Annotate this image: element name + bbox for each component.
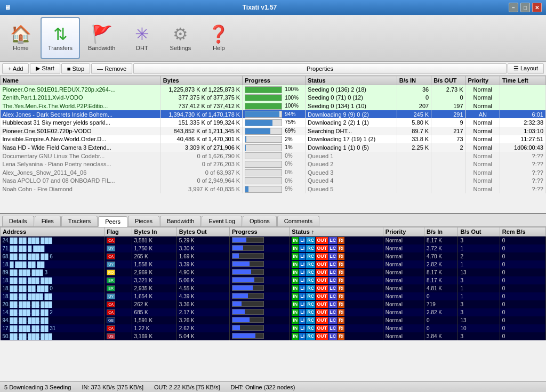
table-row[interactable]: 24.██.██.███.███ CA 3,581 K 5.29 K IN LI…	[1, 236, 546, 245]
peer-priority: Normal	[383, 260, 424, 268]
cell-bytes: 0 of 276,203 K	[160, 160, 243, 168]
col-header-bytes[interactable]: Bytes	[160, 76, 243, 85]
peers-col-priority[interactable]: Priority	[383, 227, 424, 236]
table-row[interactable]: Nasa HD - Wide Field Camera 3 Extend... …	[1, 143, 546, 152]
remove-button[interactable]: — Remove	[91, 63, 132, 74]
peers-col-flag[interactable]: Flag	[105, 227, 132, 236]
table-row[interactable]: Zenith.Part.1.2011.Xvid-VODO 377,375 K o…	[1, 94, 546, 102]
bandwidth-icon: 🚩	[91, 26, 113, 43]
table-row[interactable]: 89.██.███.███ 3 RO 2,969 K 4.90 K IN LI …	[1, 268, 546, 276]
col-header-progress[interactable]: Progress	[243, 76, 306, 85]
col-header-status[interactable]: Status	[305, 76, 397, 85]
peer-rembps: 0	[500, 324, 545, 332]
peer-bsout: 13	[458, 316, 500, 324]
cell-priority: Normal	[465, 168, 500, 177]
tab-files[interactable]: Files	[35, 216, 61, 226]
peer-rembps: 0	[500, 276, 545, 284]
transfer-scroll[interactable]: Name Bytes Progress Status B/s IN B/s OU…	[0, 76, 546, 213]
tab-details[interactable]: Details	[2, 216, 34, 226]
peers-col-bsin[interactable]: B/s In	[424, 227, 458, 236]
table-row[interactable]: 18.██.██.████.██ UY 1,654 K 4.39 K IN LI…	[1, 292, 546, 300]
cell-status: Seeding 0 (71) 0 (12)	[305, 94, 397, 102]
col-header-name[interactable]: Name	[1, 76, 161, 85]
peer-rembps: 0	[500, 268, 545, 276]
table-row[interactable]: Nasa APOLLO 07 and 08 ONBOARD FIL... 0 o…	[1, 177, 546, 185]
peers-col-bsout[interactable]: B/s Out	[458, 227, 500, 236]
peer-bsout: 13	[458, 268, 500, 276]
table-row[interactable]: 20.██.███.██.███ CA 262 K 3.36 K IN LI R…	[1, 300, 546, 308]
cell-priority: Normal	[465, 152, 500, 160]
table-row[interactable]: 68.██.██.███.██ 6 CA 265 K 1.69 K IN LI …	[1, 252, 546, 260]
peer-flag: CA	[105, 236, 132, 245]
layout-button[interactable]: ☰ Layout	[508, 63, 544, 74]
table-row[interactable]: 18.██.██.██.███ 0 BR 2,935 K 4.55 K IN L…	[1, 284, 546, 292]
peer-bytesout: 3.39 K	[176, 260, 229, 268]
peer-bytesin: 1.22 K	[132, 324, 176, 332]
table-row[interactable]: Alex_Jones_Show_2011_04_06 0 of 63,937 K…	[1, 168, 546, 177]
table-row[interactable]: 18.█.███.██.██ UY 1,558 K 3.39 K IN LI R…	[1, 260, 546, 268]
peer-bsin: 2.82 K	[424, 308, 458, 316]
settings-button[interactable]: ⚙ Settings	[162, 17, 199, 59]
stop-button[interactable]: ■ Stop	[61, 63, 90, 74]
tab-peers[interactable]: Peers	[98, 216, 127, 227]
table-row[interactable]: Noah Cohn - Fire Diamond 3,997 K of 40,8…	[1, 185, 546, 193]
peer-address: 50.██.██.███.███	[1, 332, 105, 340]
tabs-bar: DetailsFilesTrackersPeersPiecesBandwidth…	[0, 214, 546, 227]
home-icon: 🏠	[10, 26, 31, 43]
cell-bytes: 151,335 K of 199,324 K	[160, 118, 243, 127]
status-bar: 5 Downloading 3 Seeding IN: 373 KB/s [37…	[0, 381, 546, 392]
peers-col-bytesout[interactable]: Bytes Out	[176, 227, 229, 236]
tab-bandwidth[interactable]: Bandwidth	[160, 216, 201, 226]
bandwidth-button[interactable]: 🚩 Bandwidth	[81, 17, 122, 59]
table-row[interactable]: 17.██.███.██.██ 31 CA 1.22 K 2.62 K IN L…	[1, 324, 546, 332]
peers-col-rembps[interactable]: Rem B/s	[500, 227, 545, 236]
peer-address: 89.██.███.███ 3	[1, 268, 105, 276]
table-row[interactable]: Alex Jones - Dark Secrets Inside Bohem..…	[1, 110, 546, 119]
peer-rembps: 0	[500, 236, 545, 245]
cell-name: Hubblecast 31 Sky merger yields sparkl..…	[1, 118, 161, 127]
peers-col-status[interactable]: Status ↑	[290, 227, 383, 236]
maximize-button[interactable]: □	[520, 3, 530, 12]
table-row[interactable]: 94.██.██.███.██ GB 1,591 K 3.26 K IN LI …	[1, 316, 546, 324]
add-button[interactable]: + Add	[2, 63, 29, 74]
table-row[interactable]: 18.██.██.███.███ BR 3,321 K 5.06 K IN LI…	[1, 276, 546, 284]
home-button[interactable]: 🏠 Home	[2, 17, 39, 59]
dht-button[interactable]: ✳ DHT	[123, 17, 160, 59]
table-row[interactable]: Documentary GNU Linux The Codebr... 0 of…	[1, 152, 546, 160]
peers-col-bytesin[interactable]: Bytes In	[132, 227, 176, 236]
peer-progress	[229, 284, 289, 292]
col-header-bsin[interactable]: B/s IN	[397, 76, 431, 85]
tab-options[interactable]: Options	[243, 216, 277, 226]
col-header-priority[interactable]: Priority	[465, 76, 500, 85]
tab-event-log[interactable]: Event Log	[202, 216, 242, 226]
tab-comments[interactable]: Comments	[277, 216, 319, 226]
tab-pieces[interactable]: Pieces	[128, 216, 159, 226]
cell-priority: Normal	[465, 160, 500, 168]
help-icon: ❓	[208, 26, 229, 43]
transfers-button[interactable]: ⇅ Transfers	[41, 17, 80, 59]
peer-bsin: 719	[424, 300, 458, 308]
table-row[interactable]: Invisible.Empire.A.New.World.Order.D... …	[1, 135, 546, 144]
table-row[interactable]: 71.██.██.█.███ UY 1,750 K 3.30 K IN LI R…	[1, 244, 546, 252]
table-row[interactable]: Pioneer.One.S01E02.720p-VODO 843,852 K o…	[1, 127, 546, 135]
table-row[interactable]: Hubblecast 31 Sky merger yields sparkl..…	[1, 118, 546, 127]
peer-bytesin: 1,558 K	[132, 260, 176, 268]
start-button[interactable]: ▶ Start	[30, 63, 60, 74]
cell-bsin	[397, 168, 431, 177]
tab-trackers[interactable]: Trackers	[61, 216, 98, 226]
col-header-bsout[interactable]: B/s OUT	[431, 76, 465, 85]
table-row[interactable]: 14.██.███.██.██ 2 CA 685 K 2.17 K IN LI …	[1, 308, 546, 316]
peers-col-address[interactable]: Address	[1, 227, 105, 236]
table-row[interactable]: Pioneer.One.S01E01.REDUX.720p.x264-... 1…	[1, 85, 546, 94]
help-button[interactable]: ❓ Help	[200, 17, 237, 59]
table-row[interactable]: Lena Selyanina - Piano Poetry neoclass..…	[1, 160, 546, 168]
peers-col-progress[interactable]: Progress	[229, 227, 289, 236]
minimize-button[interactable]: −	[509, 3, 518, 12]
close-button[interactable]: ✕	[532, 3, 542, 12]
cell-bsout: 9	[431, 118, 465, 127]
table-row[interactable]: The.Yes.Men.Fix.The.World.P2P.Editio... …	[1, 102, 546, 110]
table-row[interactable]: 50.██.██.███.███ US 3,169 K 5.04 K IN LI…	[1, 332, 546, 340]
peers-scroll[interactable]: Address Flag Bytes In Bytes Out Progress…	[0, 227, 546, 370]
col-header-timeleft[interactable]: Time Left	[500, 76, 546, 85]
properties-button[interactable]: Properties	[133, 63, 507, 74]
